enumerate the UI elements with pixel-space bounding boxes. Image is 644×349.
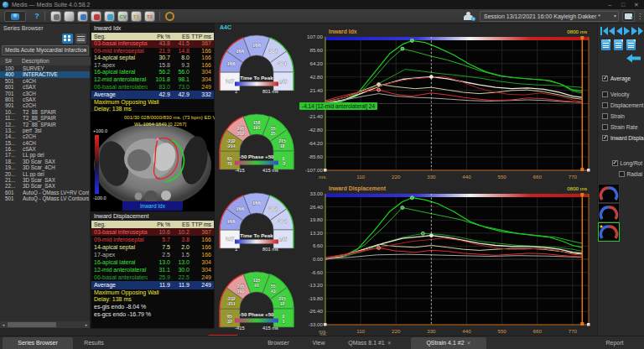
workflow-select[interactable]: Medis Acute Myocardial Infarction ... ▾	[2, 45, 89, 55]
scroll-right-icon[interactable]: ▸	[83, 321, 90, 328]
sidebar-tab-results[interactable]: Results	[75, 337, 113, 349]
radio-long-rot[interactable]: ✓Long/Rot	[612, 160, 642, 167]
marker-handle[interactable]	[580, 193, 584, 196]
checkbox-strain-rate[interactable]: Strain Rate	[602, 124, 638, 131]
first-frame-button[interactable]	[600, 27, 608, 35]
bullseye-diagram-2[interactable]: 6570-232-214-245-2021581915535215180-2-5…	[215, 109, 299, 183]
tab-browser[interactable]: Browser	[257, 337, 299, 349]
segment-row[interactable]: 03-basal inferoseptal10.610.2367	[91, 228, 214, 236]
series-row[interactable]: 12...T2_88_SPAIR	[0, 122, 90, 128]
series-row[interactable]: 22...3D Scar_SAX	[0, 183, 90, 189]
axis-handle[interactable]	[324, 323, 327, 326]
view-thumb-3[interactable]: ★	[599, 223, 619, 241]
ring-tool-icon[interactable]	[165, 12, 174, 21]
segment-row[interactable]: 12-mid anterolateral31.130.0304	[91, 266, 214, 273]
series-marker-16-apical-lateral[interactable]	[401, 47, 404, 50]
series-row[interactable]: 901c2CH	[0, 102, 90, 108]
step-back-button[interactable]	[608, 27, 615, 35]
bullseye-diagram-1[interactable]: 367166166166304304249Time To Peak1801 ms	[215, 30, 299, 104]
t2-icon[interactable]: T2	[144, 11, 155, 22]
view-thumb-1[interactable]	[599, 185, 619, 202]
series-row[interactable]: 15...c4CH	[0, 140, 90, 146]
checkbox-velocity[interactable]: Velocity	[602, 91, 629, 98]
patient-browser-button[interactable]	[4, 11, 26, 22]
review-icon[interactable]	[77, 11, 88, 22]
play-button[interactable]	[623, 27, 631, 35]
series-row[interactable]: 501c4CH	[0, 78, 90, 84]
segment-row[interactable]: 17-apex2.51.5166	[91, 251, 214, 258]
overflow-menu-icon[interactable]: ⋮	[636, 11, 643, 22]
series-marker-14-apical-septal[interactable]	[377, 82, 381, 86]
bullseye-diagram-3[interactable]: 367166166166304304249Time To Peak1801 ms	[215, 188, 299, 262]
last-frame-button[interactable]	[638, 27, 644, 35]
contour-anchor-point[interactable]	[156, 138, 158, 140]
segment-row[interactable]: 16-apical lateral56.256.0304	[91, 69, 214, 76]
series-row[interactable]: 16...cSAX	[0, 146, 90, 152]
qflow-icon[interactable]	[64, 11, 75, 22]
segment-row[interactable]: 03-basal inferoseptal43.841.5367	[91, 40, 214, 48]
series-row[interactable]: 19...3D Scar_4CH	[0, 164, 90, 170]
qmass-icon[interactable]	[50, 11, 61, 22]
maximize-button[interactable]: □	[617, 0, 629, 9]
segment-row[interactable]: 14-apical septal30.78.0166	[91, 55, 214, 62]
segment-row[interactable]: 06-basal anterolateral25.922.5249	[91, 273, 214, 281]
session-selector[interactable]: Session 13/12/2021 16:00 Kayleigh Dakker…	[480, 11, 619, 22]
close-icon[interactable]: ✕	[387, 341, 392, 346]
export-movie-button[interactable]	[614, 39, 623, 50]
segment-row[interactable]: 06-basal anterolateral83.073.0249	[91, 84, 214, 91]
series-marker-09-mid-inferoseptal[interactable]	[377, 88, 381, 91]
series-marker-12-mid-anterolateral[interactable]	[410, 39, 413, 42]
series-row[interactable]: 701c3CH	[0, 91, 90, 96]
minimize-button[interactable]: –	[604, 0, 615, 9]
tab-qmass-8-1-1[interactable]: QMass 8.1 #1✕	[335, 337, 404, 349]
checkbox-inward-displacement[interactable]: ✓Inward Displacement	[602, 135, 644, 142]
series-row[interactable]: 11...T2_88_SPAIR	[0, 115, 90, 121]
scrollbar-thumb[interactable]	[8, 322, 56, 327]
axis-handle[interactable]	[587, 169, 590, 172]
marker-handle[interactable]	[580, 36, 584, 39]
series-row[interactable]: 501AutoQ - QMass LV Contours LAX ...	[0, 195, 90, 201]
segment-row[interactable]: 09-mid inferoseptal5.73.8166	[91, 236, 214, 243]
tab-qstrain-4-1-2[interactable]: QStrain 4.1 #2✕	[411, 337, 486, 349]
series-row[interactable]: 400INTERACTIVE	[0, 71, 90, 77]
series-row[interactable]: 10...T2_88_SPAIR	[0, 109, 90, 115]
series-row[interactable]: 20...LL pp del	[0, 171, 90, 177]
segment-row[interactable]: 14-apical septal7.52.0166	[91, 243, 214, 251]
checkbox-displacement[interactable]: Displacement	[602, 102, 643, 109]
scroll-left-icon[interactable]: ◂	[0, 321, 7, 328]
play-reverse-button[interactable]	[615, 27, 623, 35]
segment-row[interactable]: 12-mid anterolateral101.898.1304	[91, 76, 214, 84]
list-view-button[interactable]	[75, 34, 86, 44]
series-row[interactable]: 21...3D Scar_SAX	[0, 177, 90, 183]
step-forward-button[interactable]	[631, 27, 638, 35]
inward-displacement-chart[interactable]: 33.0026.4019.8013.206.600.00-6.60-13.20-…	[299, 183, 597, 336]
series-marker-16-apical-lateral[interactable]	[421, 232, 424, 235]
series-row[interactable]: 13...perf_3sl	[0, 128, 90, 133]
layout-button[interactable]: ▾	[622, 11, 635, 22]
sidebar-tab-series-browser[interactable]: Series Browser	[3, 337, 73, 349]
series-marker-12-mid-anterolateral[interactable]	[410, 196, 413, 200]
t1-icon[interactable]: T1	[131, 11, 142, 22]
series-row[interactable]: 17...LL pp del	[0, 152, 90, 158]
segment-row[interactable]: 09-mid inferoseptal21.914.8166	[91, 48, 214, 55]
series-marker-09-mid-inferoseptal[interactable]	[377, 247, 381, 250]
tab-report[interactable]: Report	[595, 337, 634, 349]
tab-view[interactable]: View	[304, 337, 334, 349]
back-arrow-icon[interactable]	[626, 54, 641, 63]
marker-handle[interactable]	[580, 322, 584, 326]
export-snapshot-button[interactable]	[626, 39, 636, 50]
close-button[interactable]: ✕	[631, 0, 642, 9]
series-row[interactable]: 601cSAX	[0, 84, 90, 90]
radio-radial[interactable]: Radial	[619, 171, 642, 178]
horizontal-scrollbar[interactable]: ◂ ▸	[0, 321, 90, 328]
grid-view-button[interactable]	[62, 34, 73, 44]
close-icon[interactable]: ✕	[467, 341, 471, 346]
series-row[interactable]: 801cSAX	[0, 96, 90, 102]
inward-idx-chart[interactable]: 107.0085.6064.2042.8021.400.00-21.40-42.…	[299, 26, 597, 181]
segment-row[interactable]: 16-apical lateral13.013.0304	[91, 258, 214, 266]
help-button[interactable]: ?	[32, 11, 42, 22]
checkbox-strain[interactable]: Strain	[602, 113, 625, 120]
series-row[interactable]: 100SURVEY	[0, 65, 90, 71]
series-row[interactable]: 601AutoQ - QMass LV+RV Contours	[0, 190, 90, 195]
mri-viewport[interactable]: +100.0 -100.0 001/30 028/0000/830 ms. (7…	[91, 112, 215, 211]
